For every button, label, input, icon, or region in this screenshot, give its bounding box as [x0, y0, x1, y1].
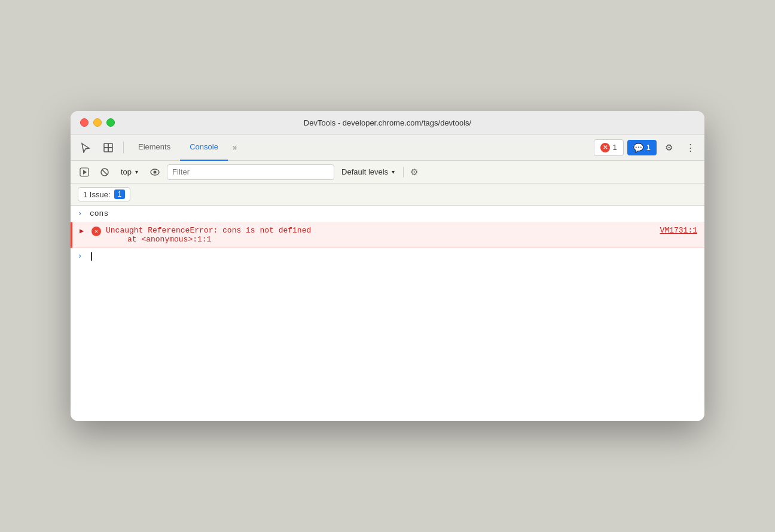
message-count: 1 — [646, 143, 651, 152]
svg-rect-2 — [104, 148, 108, 152]
more-menu-button[interactable]: ⋮ — [681, 139, 700, 157]
console-prompt-row: › — [71, 248, 704, 264]
gear-icon: ⚙ — [665, 142, 673, 153]
svg-line-7 — [102, 169, 108, 175]
levels-label: Default levels — [341, 167, 388, 176]
error-main-text: Uncaught ReferenceError: cons is not def… — [106, 226, 660, 235]
issues-label[interactable]: 1 Issue: 1 — [78, 187, 130, 201]
ban-icon — [100, 167, 109, 177]
live-expressions-button[interactable] — [145, 164, 164, 181]
inspect-icon — [103, 142, 114, 153]
issues-text: 1 Issue: — [83, 190, 111, 199]
svg-rect-3 — [108, 143, 112, 148]
console-content: › cons ▶ ✕ Uncaught ReferenceError: cons… — [71, 206, 704, 421]
more-tabs-button[interactable]: » — [228, 143, 242, 152]
tab-list: Elements Console » — [129, 134, 242, 161]
console-toolbar: top ▾ Default levels ▾ ⚙ — [71, 161, 704, 184]
issues-count: 1 — [114, 189, 126, 199]
chevron-down-icon: ▾ — [135, 169, 138, 175]
error-circle-icon: ✕ — [600, 143, 610, 152]
console-input-entry: › cons — [71, 206, 704, 222]
message-badge-button[interactable]: 💬 1 — [627, 140, 657, 155]
error-entry: ▶ ✕ Uncaught ReferenceError: cons is not… — [71, 222, 704, 248]
console-settings-icon[interactable]: ⚙ — [407, 164, 421, 181]
context-selector[interactable]: top ▾ — [116, 166, 143, 178]
execute-context-button[interactable] — [75, 164, 93, 180]
error-badge-button[interactable]: ✕ 1 — [594, 139, 624, 156]
tab-elements[interactable]: Elements — [129, 134, 180, 161]
eye-icon — [149, 167, 160, 178]
context-label: top — [121, 167, 132, 176]
separator — [123, 142, 124, 154]
input-cursor — [91, 252, 92, 261]
maximize-button[interactable] — [106, 118, 115, 127]
input-arrow-icon: › — [78, 210, 85, 218]
issues-bar: 1 Issue: 1 — [71, 184, 704, 206]
cursor-icon — [80, 142, 91, 153]
error-message-container: Uncaught ReferenceError: cons is not def… — [106, 226, 697, 244]
title-bar: DevTools - developer.chrome.com/tags/dev… — [71, 111, 704, 134]
ellipsis-icon: ⋮ — [686, 142, 695, 153]
devtools-window: DevTools - developer.chrome.com/tags/dev… — [71, 111, 704, 421]
console-separator — [403, 167, 404, 178]
filter-input[interactable] — [167, 164, 334, 180]
traffic-lights — [80, 118, 115, 127]
error-icon: ✕ — [91, 227, 101, 236]
clear-console-button[interactable] — [96, 164, 114, 180]
toolbar-right: ✕ 1 💬 1 ⚙ ⋮ — [594, 139, 700, 157]
main-toolbar: Elements Console » ✕ 1 💬 1 ⚙ ⋮ — [71, 134, 704, 161]
error-count: 1 — [613, 143, 617, 152]
inspect-icon-button[interactable] — [98, 139, 118, 157]
cursor-icon-button[interactable] — [75, 139, 96, 157]
input-text: cons — [90, 209, 108, 218]
error-sub-text: at <anonymous>:1:1 — [106, 235, 697, 244]
error-source-link[interactable]: VM1731:1 — [660, 226, 697, 235]
play-icon — [80, 167, 89, 177]
message-icon: 💬 — [633, 143, 643, 152]
svg-rect-0 — [104, 143, 108, 148]
svg-rect-1 — [108, 148, 112, 152]
error-expand-arrow[interactable]: ▶ — [80, 227, 87, 236]
window-title: DevTools - developer.chrome.com/tags/dev… — [304, 118, 471, 127]
svg-point-9 — [154, 170, 157, 173]
svg-marker-5 — [83, 170, 87, 175]
levels-chevron-icon: ▾ — [392, 169, 395, 175]
tab-console[interactable]: Console — [180, 134, 228, 161]
minimize-button[interactable] — [93, 118, 102, 127]
log-levels-selector[interactable]: Default levels ▾ — [337, 166, 399, 178]
settings-button[interactable]: ⚙ — [660, 139, 678, 157]
close-button[interactable] — [80, 118, 89, 127]
prompt-arrow-icon: › — [78, 252, 85, 261]
